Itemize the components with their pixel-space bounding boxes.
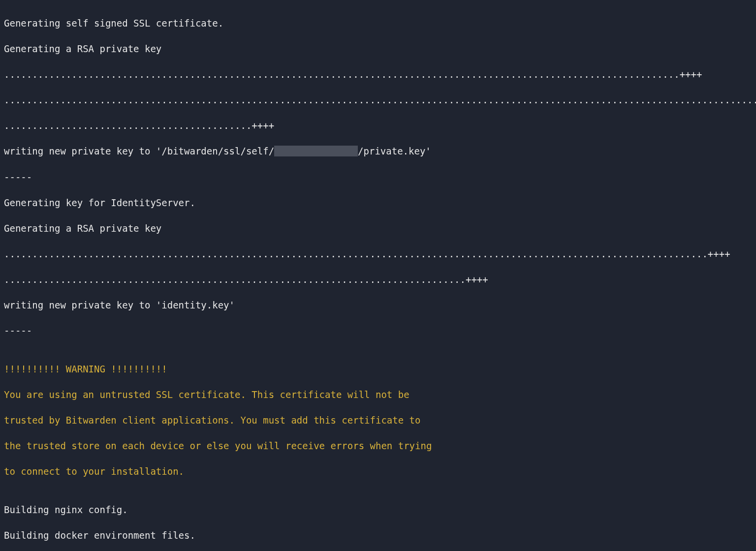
- redacted-block: [274, 146, 358, 156]
- output-line: -----: [4, 324, 752, 337]
- output-line: writing new private key to 'identity.key…: [4, 299, 752, 311]
- warning-line: the trusted store on each device or else…: [4, 439, 752, 452]
- warning-line: to connect to your installation.: [4, 465, 752, 478]
- output-line: Generating a RSA private key: [4, 222, 752, 235]
- warning-line: You are using an untrusted SSL certifica…: [4, 388, 752, 401]
- output-line: ........................................…: [4, 93, 752, 106]
- output-line: ........................................…: [4, 247, 752, 260]
- terminal-output[interactable]: Generating self signed SSL certificate. …: [0, 0, 756, 551]
- output-line: Generating key for IdentityServer.: [4, 196, 752, 209]
- output-line: Building nginx config.: [4, 503, 752, 516]
- output-line: Generating self signed SSL certificate.: [4, 17, 752, 30]
- output-line: ........................................…: [4, 119, 752, 132]
- warning-line: trusted by Bitwarden client applications…: [4, 414, 752, 427]
- output-line: ........................................…: [4, 273, 752, 286]
- output-line: ........................................…: [4, 68, 752, 81]
- output-line: Generating a RSA private key: [4, 42, 752, 55]
- output-text: /private.key': [358, 146, 431, 156]
- warning-line: !!!!!!!!!! WARNING !!!!!!!!!!: [4, 363, 752, 375]
- output-line: -----: [4, 171, 752, 184]
- output-line: writing new private key to '/bitwarden/s…: [4, 145, 752, 158]
- output-text: writing new private key to '/bitwarden/s…: [4, 146, 274, 156]
- output-line: Building docker environment files.: [4, 529, 752, 542]
